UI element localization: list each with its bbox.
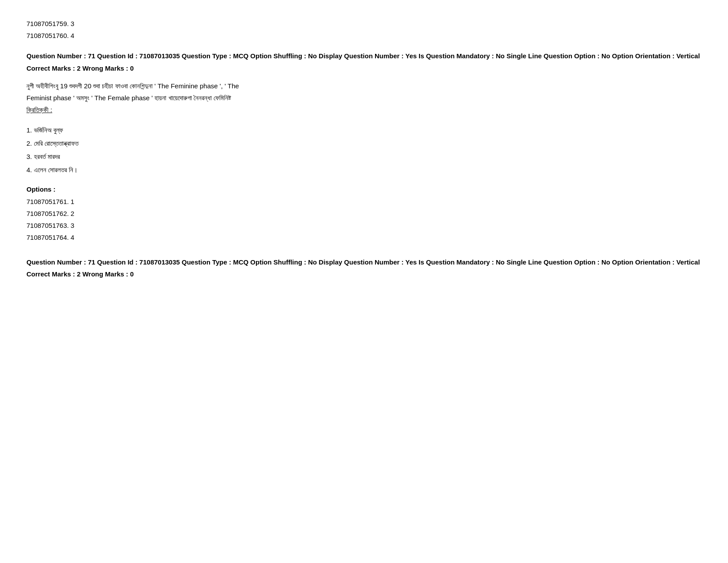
correct-marks-2: Correct Marks : 2 Wrong Marks : 0 (26, 270, 702, 278)
option-item-4: 4. এলেন সোরলতর নি। (26, 163, 702, 177)
option-id-4: 71087051764. 4 (26, 231, 702, 243)
question-header-2: Question Number : 71 Question Id : 71087… (26, 257, 702, 268)
question-block-1: Question Number : 71 Question Id : 71087… (26, 50, 702, 243)
body-line2: Feminist phase ' অমসুং ' The Female phas… (26, 94, 231, 102)
body-line3: ক্রিতিক্কী : (26, 106, 52, 113)
top-ids-section: 71087051759. 3 71087051760. 4 (26, 18, 702, 42)
top-id-line1: 71087051759. 3 (26, 18, 702, 30)
body-line1: নুপী অহীবীশিংবু 19 শুবদগী 20 শুবা চহীচা … (26, 82, 239, 90)
option-id-3: 71087051763. 3 (26, 219, 702, 231)
options-list-1: 1. ভর্জিনিঅ বুল্ফ 2. মেরি রোস্তেতান্ক্রা… (26, 124, 702, 177)
top-id-line2: 71087051760. 4 (26, 30, 702, 42)
option-item-3: 3. হরবৰ্ত মারদর (26, 150, 702, 163)
question-header-1: Question Number : 71 Question Id : 71087… (26, 50, 702, 62)
option-item-2: 2. মেরি রোস্তেতান্ক্রাফত (26, 137, 702, 150)
option-item-1: 1. ভর্জিনিঅ বুল্ফ (26, 124, 702, 137)
question-body-1: নুপী অহীবীশিংবু 19 শুবদগী 20 শুবা চহীচা … (26, 80, 424, 116)
question-block-2: Question Number : 71 Question Id : 71087… (26, 257, 702, 278)
correct-marks-1: Correct Marks : 2 Wrong Marks : 0 (26, 64, 702, 72)
option-id-1: 71087051761. 1 (26, 196, 702, 208)
option-id-2: 71087051762. 2 (26, 208, 702, 219)
options-label-1: Options : (26, 185, 702, 193)
options-ids-1: 71087051761. 1 71087051762. 2 7108705176… (26, 196, 702, 243)
